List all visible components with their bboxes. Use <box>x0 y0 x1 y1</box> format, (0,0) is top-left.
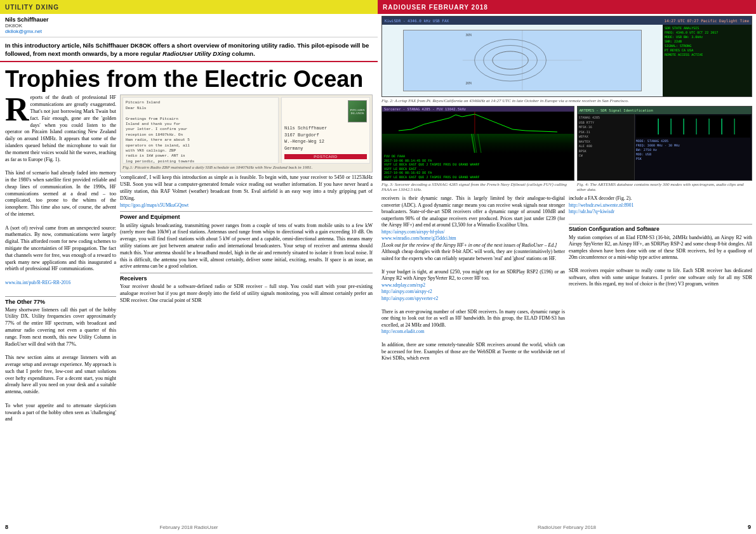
section4-body2: SDR receivers require software to really… <box>569 268 752 287</box>
body-content: Reports of the death of professional HF … <box>0 93 378 424</box>
section2-body: In utility signals broadcasting, transmi… <box>120 223 373 242</box>
author-name: Nils Schiffhauer <box>5 16 373 23</box>
author-email: dk8ok@gmx.net <box>5 29 373 34</box>
section1-body: Many shortwave listeners call this part … <box>5 307 116 347</box>
fig3-caption: Fig. 3: Sorcerer decoding a STANAG 4285 … <box>381 182 574 192</box>
dropcap: R <box>5 96 29 124</box>
body-para2: This kind of scenario had already faded … <box>5 170 116 217</box>
postcard-area: Pitcairn Island Dear Nils Greetings from… <box>120 94 373 173</box>
right-col2: include a FAX decoder (Fig. 2). http://w… <box>569 195 752 362</box>
right-col1-para5: There is an ever-growing number of other… <box>381 309 565 328</box>
section3-heading: Receivers <box>120 273 373 282</box>
right-col1-note: [Look out for the review of the Airspy H… <box>381 242 557 248</box>
main-title: Trophies from the Electric Ocean <box>0 62 378 94</box>
fig3-screenshot: Sorcerer - STANAG 4285 - FUV 13042.5kHz <box>381 106 574 181</box>
link10[interactable]: http://sdr.hu/?q=kiwisdr <box>569 209 614 214</box>
postcard-label: POSTCARD <box>284 154 367 159</box>
artemis-list: STANAG 4285 USB RTTY MFSK-16 PSK-31 WEFA… <box>578 114 635 180</box>
section2-heading: Power and Equipment <box>120 211 373 221</box>
fig4-caption: Fig. 4: The ARTEMIS database contains ne… <box>577 182 752 192</box>
spectrum-area <box>382 112 574 134</box>
stamp-area: PITCAIRN ISLANDS <box>284 100 367 122</box>
link3[interactable]: https://airspy.com/airspy-hf-plus/ <box>381 229 445 235</box>
link8[interactable]: http://ecom.eladit.com <box>381 329 424 334</box>
link5[interactable]: www.sdrplay.com/rsp2 <box>381 282 425 288</box>
spectrogram-svg <box>636 115 750 138</box>
spectrum-svg <box>382 112 574 134</box>
fig3-display: FUV DE FAAA 2017-10-06 08:14:45 DE FA VG… <box>382 112 574 180</box>
intro-block: In this introductory article, Nils Schif… <box>0 37 378 62</box>
fig3-fig4-row: Sorcerer - STANAG 4285 - FUV 13042.5kHz <box>378 105 756 193</box>
right-col1: receivers is their dynamic range. This i… <box>381 195 565 362</box>
section1-heading: The Other 77% <box>5 296 116 306</box>
right-body-text: receivers is their dynamic range. This i… <box>378 193 756 364</box>
col2-text: 'complicated', I will keep this introduc… <box>120 174 373 304</box>
col2-para1: 'complicated', I will keep this introduc… <box>120 174 257 180</box>
section2-body3: Your antenna should be a broadband model… <box>120 250 373 270</box>
decoded-content: FUV DE FAAA 2017-10-06 08:14:45 DE FA VG… <box>384 154 572 179</box>
section3-body: Your receiver should be a software-defin… <box>120 283 373 303</box>
artemis-info: MODE: STANAG 4285 FREQ: 3000 MHz - 30 MH… <box>636 139 750 161</box>
left-header-title: utility DXing <box>5 4 59 11</box>
link4[interactable]: www.winradio.com/home/g35ddci.htm <box>381 235 456 241</box>
fig3-section: Sorcerer - STANAG 4285 - FUV 13042.5kHz <box>381 106 574 192</box>
author-callsign: DK8OK <box>5 23 373 29</box>
fig3-title: Sorcerer - STANAG 4285 - FUV 13042.5kHz <box>384 107 466 111</box>
page-number-left: 8 <box>5 524 8 530</box>
intro-text: In this introductory article, Nils Schif… <box>5 41 373 58</box>
fig2-caption: Fig. 2: A crisp FAX from Pt. Reyes/Calif… <box>381 98 752 103</box>
artemis-spectrogram <box>636 115 750 138</box>
contour-svg: 30N 20N <box>404 30 641 90</box>
right-page: RadioUser February 2018 KiwiSDR - 4346.0… <box>378 0 756 534</box>
fig4-screenshot: ARTEMIS - SDR Signal Identification STAN… <box>577 106 752 181</box>
address-text: Nils Schiffhauer 3167 Burgdorf W.-Henge-… <box>284 125 367 152</box>
postcard-inner: Pitcairn Island Dear Nils Greetings from… <box>123 97 370 164</box>
right-col2-para1: include a FAX decoder (Fig. 2). <box>569 195 632 201</box>
waterfall-svg <box>382 134 574 153</box>
fig4-titlebar: ARTEMIS - SDR Signal Identification <box>578 107 752 114</box>
artemis-detail: MODE: STANAG 4285 FREQ: 3000 MHz - 30 MH… <box>635 114 752 180</box>
link7[interactable]: http://airspy.com/spyverter-r2 <box>381 296 438 301</box>
body-text: Reports of the death of professional HF … <box>5 94 116 423</box>
body-para3: A (sort of) revival came from an unexpec… <box>5 225 116 272</box>
svg-line-10 <box>478 134 481 153</box>
left-page: utility DXing Nils Schiffhauer DK8OK dk8… <box>0 0 378 534</box>
fax-data: SDR STATE ANALYSIS FREQ: 4346.0 UTC OCT … <box>665 26 750 57</box>
left-header-bar: utility DXing <box>0 0 378 14</box>
postcard-address-side: PITCAIRN ISLANDS Nils Schiffhauer 3167 B… <box>281 97 370 164</box>
link9[interactable]: http://websdr.ewi.utwente.nl:8901 <box>569 202 633 208</box>
fig2-section: KiwiSDR - 4346.0 kHz USB FAX 14:27 UTC 0… <box>378 14 756 105</box>
page-date-right: RadioUser February 2018 <box>538 524 596 530</box>
fax-titlebar: KiwiSDR - 4346.0 kHz USB FAX 14:27 UTC 0… <box>382 16 752 25</box>
stamp: PITCAIRN ISLANDS <box>348 100 367 122</box>
section4-body: My station comprises of an Elad FDM-S3 (… <box>569 235 752 261</box>
weather-map: 30N 20N <box>403 30 642 91</box>
author-block: Nils Schiffhauer DK8OK dk8ok@gmx.net <box>0 14 378 37</box>
fax-title: KiwiSDR - 4346.0 kHz USB FAX <box>385 18 449 23</box>
fax-data-panel: SDR STATE ANALYSIS FREQ: 4346.0 UTC OCT … <box>663 25 752 96</box>
postcard-handwriting: Pitcairn Island Dear Nils Greetings from… <box>126 100 275 164</box>
link1[interactable]: www.itu.int/pub/R-REG-RR-2016 <box>5 280 70 285</box>
svg-text:20N: 20N <box>466 81 472 85</box>
decoded-text: FUV DE FAAA 2017-10-06 08:14:45 DE FA VG… <box>382 153 574 180</box>
svg-rect-11 <box>646 115 741 138</box>
right-col1-para1: receivers is their dynamic range. This i… <box>381 195 565 228</box>
fig4-body: STANAG 4285 USB RTTY MFSK-16 PSK-31 WEFA… <box>578 114 752 180</box>
postcard-letter: Pitcairn Island Dear Nils Greetings from… <box>123 97 279 164</box>
fax-image-area: 30N 20N SDR STATE ANALYSIS FREQ: 4346.0 … <box>382 25 752 96</box>
section4-heading: Station Configuration and Software <box>569 224 752 233</box>
link2[interactable]: https://goo.gl/maps/s5UMkuGQnwt <box>120 202 189 208</box>
left-col1: Reports of the death of professional HF … <box>5 94 116 423</box>
fax-map: 30N 20N <box>382 25 663 96</box>
fig4-title: ARTEMIS - SDR Signal Identification <box>580 108 653 112</box>
signal-list: STANAG 4285 USB RTTY MFSK-16 PSK-31 WEFA… <box>579 115 633 159</box>
right-col1-para4: If your budget is tight, at around £250,… <box>381 269 565 282</box>
fig2-screenshot: KiwiSDR - 4346.0 kHz USB FAX 14:27 UTC 0… <box>381 16 752 97</box>
svg-text:30N: 30N <box>466 34 472 37</box>
right-header-bar: RadioUser February 2018 <box>378 0 756 14</box>
fig4-section: ARTEMIS - SDR Signal Identification STAN… <box>577 106 752 192</box>
right-header-title: RadioUser February 2018 <box>383 4 488 11</box>
link6[interactable]: http://airspy.com/airspy-r2 <box>381 289 432 294</box>
page-number-right: 9 <box>748 524 751 530</box>
fax-time: 14:27 UTC 07:27 Pacific Daylight Time <box>664 18 749 23</box>
